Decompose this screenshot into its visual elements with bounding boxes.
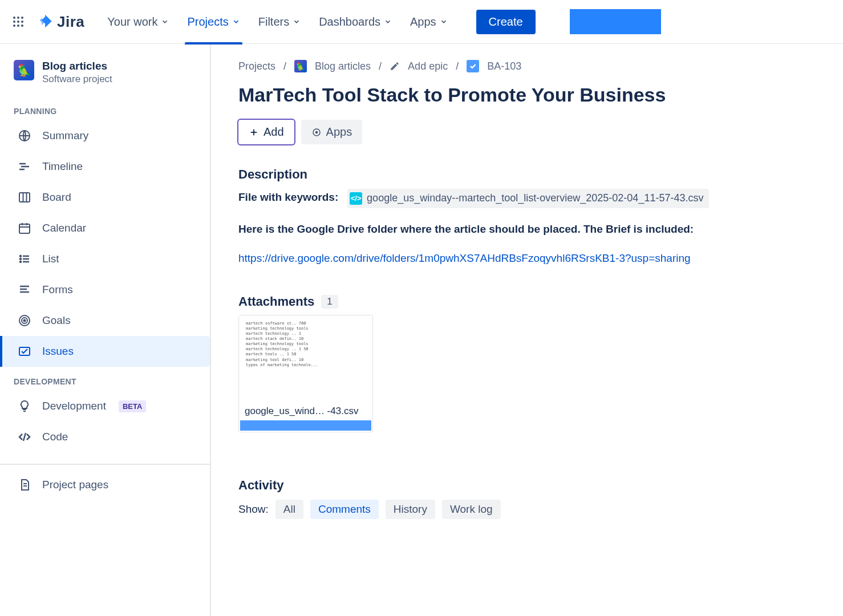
show-label: Show: <box>238 503 269 516</box>
sidebar-divider <box>0 464 210 465</box>
attachment-selection-bar <box>240 420 371 431</box>
lightbulb-icon <box>17 399 32 414</box>
chevron-down-icon <box>384 18 392 26</box>
attachment-preview: martech software st.. 700marketing techn… <box>239 315 372 401</box>
code-icon <box>17 429 32 444</box>
apps-button[interactable]: Apps <box>301 120 363 144</box>
keywords-filename: google_us_winday--martech_tool_list-over… <box>367 191 703 206</box>
activity-show-row: Show: All Comments History Work log <box>238 500 816 519</box>
sidebar-item-issues[interactable]: Issues <box>0 336 210 367</box>
attachments-count: 1 <box>321 295 338 309</box>
top-navigation: Jira Your work Projects Filters Dashboar… <box>0 0 843 44</box>
apps-icon <box>311 127 322 137</box>
activity-tab-worklog[interactable]: Work log <box>442 500 501 519</box>
task-type-icon <box>467 60 479 72</box>
project-type: Software project <box>42 74 112 85</box>
section-planning-label: PLANNING <box>0 96 210 120</box>
svg-rect-13 <box>19 193 30 202</box>
issue-title: MarTech Tool Stack to Promote Your Busin… <box>238 84 816 106</box>
main-content: Projects / 🦜 Blog articles / Add epic / … <box>211 44 843 616</box>
attachments-heading-row: Attachments 1 <box>238 294 816 309</box>
description-heading: Description <box>238 167 816 182</box>
plus-icon <box>249 127 259 137</box>
svg-point-3 <box>13 21 15 23</box>
keywords-file-chip[interactable]: </> google_us_winday--martech_tool_list-… <box>347 189 709 208</box>
sidebar-item-board[interactable]: Board <box>0 182 210 213</box>
activity-tab-all[interactable]: All <box>275 500 303 519</box>
topnav-placeholder <box>570 9 661 34</box>
svg-rect-16 <box>19 224 30 233</box>
project-avatar-icon: 🦜 <box>14 60 34 80</box>
keywords-label: File with keywords: <box>238 191 338 203</box>
globe-icon <box>17 128 32 143</box>
svg-point-7 <box>17 25 19 27</box>
svg-point-31 <box>24 320 26 322</box>
sidebar-item-development[interactable]: Development BETA <box>0 391 210 422</box>
svg-point-4 <box>17 21 19 23</box>
svg-point-1 <box>17 17 19 19</box>
app-switcher-icon[interactable] <box>10 14 26 30</box>
chevron-down-icon <box>440 18 448 26</box>
sidebar-item-timeline[interactable]: Timeline <box>0 151 210 182</box>
crumb-issue-key[interactable]: BA-103 <box>487 60 521 72</box>
attachment-card[interactable]: martech software st.. 700marketing techn… <box>238 315 373 432</box>
beta-badge: BETA <box>119 400 146 412</box>
svg-point-22 <box>20 258 21 260</box>
nav-filters[interactable]: Filters <box>258 0 301 44</box>
nav-your-work[interactable]: Your work <box>107 0 169 44</box>
chevron-down-icon <box>161 18 169 26</box>
drive-link[interactable]: https://drive.google.com/drive/folders/1… <box>238 252 691 264</box>
crumb-separator: / <box>379 60 382 72</box>
project-avatar-small-icon: 🦜 <box>294 60 307 72</box>
project-header[interactable]: 🦜 Blog articles Software project <box>0 54 210 96</box>
sidebar-item-calendar[interactable]: Calendar <box>0 213 210 244</box>
sidebar-item-summary[interactable]: Summary <box>0 120 210 151</box>
jira-logo[interactable]: Jira <box>38 13 84 31</box>
crumb-separator: / <box>456 60 459 72</box>
activity-heading: Activity <box>238 478 816 493</box>
description-body: File with keywords: </> google_us_winday… <box>238 189 816 267</box>
sidebar-item-project-pages[interactable]: Project pages <box>0 469 210 500</box>
calendar-icon <box>17 221 32 236</box>
sidebar-item-code[interactable]: Code <box>0 422 210 452</box>
sidebar-item-list[interactable]: List <box>0 244 210 274</box>
chevron-down-icon <box>293 18 301 26</box>
crumb-epic[interactable]: Add epic <box>408 60 448 72</box>
jira-wordmark: Jira <box>57 13 84 31</box>
action-row: Add Apps <box>238 120 816 144</box>
crumb-project[interactable]: Blog articles <box>315 60 371 72</box>
sidebar-item-forms[interactable]: Forms <box>0 274 210 305</box>
attachments-heading: Attachments <box>238 294 314 309</box>
svg-line-33 <box>23 433 26 441</box>
code-chip-icon: </> <box>350 192 362 205</box>
nav-items: Your work Projects Filters Dashboards Ap… <box>107 0 447 44</box>
create-button[interactable]: Create <box>476 10 536 34</box>
target-icon <box>17 313 32 328</box>
sidebar-item-goals[interactable]: Goals <box>0 305 210 336</box>
svg-point-2 <box>21 17 23 19</box>
board-icon <box>17 190 32 205</box>
section-development-label: DEVELOPMENT <box>0 367 210 391</box>
svg-point-20 <box>20 256 21 257</box>
activity-tab-history[interactable]: History <box>386 500 435 519</box>
nav-apps[interactable]: Apps <box>410 0 448 44</box>
list-icon <box>17 252 32 266</box>
crumb-separator: / <box>283 60 286 72</box>
timeline-icon <box>17 159 32 174</box>
svg-point-0 <box>13 17 15 19</box>
folder-intro: Here is the Google Drive folder where th… <box>238 223 694 235</box>
nav-projects[interactable]: Projects <box>187 0 240 44</box>
attachment-filename: google_us_wind… -43.csv <box>239 401 372 420</box>
breadcrumbs: Projects / 🦜 Blog articles / Add epic / … <box>238 60 816 72</box>
project-name: Blog articles <box>42 60 112 72</box>
svg-point-24 <box>20 261 21 262</box>
pencil-icon <box>390 61 400 71</box>
activity-tab-comments[interactable]: Comments <box>310 500 379 519</box>
sidebar: 🦜 Blog articles Software project PLANNIN… <box>0 44 211 616</box>
add-button[interactable]: Add <box>238 120 294 144</box>
nav-dashboards[interactable]: Dashboards <box>319 0 392 44</box>
svg-point-5 <box>21 21 23 23</box>
forms-icon <box>17 282 32 297</box>
crumb-projects[interactable]: Projects <box>238 60 275 72</box>
page-icon <box>17 477 32 492</box>
